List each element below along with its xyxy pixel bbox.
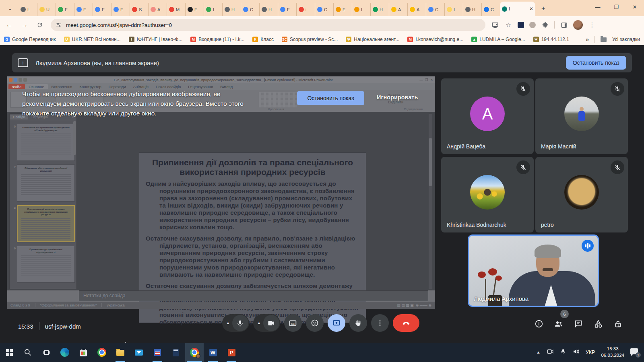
more-options-button[interactable] (371, 314, 389, 332)
close-button[interactable]: ✕ (625, 0, 644, 14)
taskbar-powerpoint-icon[interactable]: P (222, 343, 241, 362)
taskbar-calculator-icon[interactable] (167, 343, 185, 362)
ppt-ribbon-tab[interactable]: Основне (25, 84, 47, 89)
bookmark-item[interactable]: ΨНаціональне агент... (346, 37, 399, 42)
ppt-ribbon-tab[interactable]: Анімація (130, 84, 152, 89)
extensions-puzzle-icon[interactable] (541, 21, 549, 29)
extension-icon-2[interactable] (529, 22, 536, 28)
side-panel-icon[interactable] (560, 21, 568, 29)
tray-language-indicator[interactable]: УКР (586, 350, 595, 355)
browser-tab[interactable]: S (130, 3, 148, 16)
mic-options-chevron[interactable]: ▲ (226, 321, 230, 325)
browser-tab[interactable]: E (333, 3, 352, 16)
bookmark-star-icon[interactable]: ☆ (504, 21, 512, 29)
browser-tab[interactable]: F (278, 3, 296, 16)
participant-tile[interactable]: petro (535, 157, 628, 232)
mic-button[interactable] (232, 315, 248, 331)
reactions-button[interactable] (306, 314, 324, 332)
browser-tab[interactable]: C (481, 3, 500, 16)
taskbar-floppy-app-icon[interactable] (148, 343, 167, 362)
tab-search-icon[interactable]: ⌄ (3, 1, 17, 15)
bookmark-item[interactable]: GGoogle Переводчик (4, 37, 56, 42)
minimize-button[interactable]: — (588, 0, 607, 14)
chat-icon[interactable] (574, 319, 583, 329)
profile-avatar[interactable] (573, 20, 583, 30)
camera-options-chevron[interactable]: ▲ (257, 321, 261, 325)
participant-tile[interactable]: ААндрій Вацеба (441, 78, 534, 154)
meeting-details-icon[interactable] (534, 319, 544, 329)
url-text[interactable]: meet.google.com/usf-jspw-ddm?authuser=0 (66, 22, 172, 28)
browser-tab[interactable]: A (407, 3, 426, 16)
bookmark-item[interactable]: ▲LUDMILA – Google... (471, 37, 525, 42)
all-bookmarks-label[interactable]: Усі закладки (612, 37, 640, 42)
bookmark-item[interactable]: UUKR.NET: Всі новин... (64, 37, 121, 42)
extension-icon-1[interactable] (518, 22, 524, 28)
browser-tab[interactable]: L (19, 3, 37, 16)
tab-media-icon[interactable] (491, 21, 499, 29)
browser-tab[interactable]: F (74, 3, 93, 16)
ppt-redo-icon[interactable] (23, 78, 27, 82)
tray-camera-icon[interactable] (547, 348, 554, 357)
slide-thumbnail[interactable]: 9Притягнення до кримінальної відповідаль… (10, 246, 75, 283)
present-button[interactable] (328, 314, 345, 332)
ppt-ribbon-tab[interactable]: Вигляд (217, 84, 236, 89)
taskbar-word-icon[interactable]: W (204, 343, 222, 362)
taskbar-search-icon[interactable] (19, 343, 37, 362)
maximize-button[interactable]: ❐ (607, 0, 625, 14)
browser-tab[interactable]: C (426, 3, 444, 16)
tray-clock[interactable]: 15:33 06.03.2024 (601, 346, 624, 358)
tab-close-icon[interactable]: ✕ (529, 6, 533, 12)
bookmarks-overflow-icon[interactable]: » (586, 36, 589, 43)
taskbar-edge-icon[interactable] (56, 343, 74, 362)
tray-overflow-chevron[interactable]: ▲ (536, 350, 541, 354)
browser-tab-active[interactable]: I✕ (500, 2, 535, 16)
participant-tile[interactable]: Khristinkaa Bodnarchuk (441, 157, 534, 232)
task-view-icon[interactable] (37, 343, 56, 362)
browser-tab[interactable]: I (444, 3, 463, 16)
ppt-view-buttons[interactable]: ▥ ▤ ▦ ▣ ⊖ ─── ⊕ (397, 303, 431, 307)
browser-tab[interactable]: H (463, 3, 481, 16)
activities-icon[interactable] (593, 319, 603, 329)
bookmark-item[interactable]: ККласс (252, 37, 274, 42)
ppt-ribbon-tab[interactable]: Вставлення (48, 84, 76, 89)
slide-thumbnail[interactable]: 7Обмеження або зупинення виробничої діял… (10, 165, 75, 202)
warning-stop-presenting-button[interactable]: Остановить показ (297, 91, 364, 105)
ppt-undo-icon[interactable] (19, 78, 22, 82)
forward-button[interactable]: → (19, 19, 31, 31)
ppt-window-buttons[interactable]: —❐✕ (419, 78, 433, 82)
stop-presenting-button[interactable]: Остановить показ (566, 56, 626, 70)
ppt-ribbon-tab[interactable]: Рецензування (184, 84, 217, 89)
browser-tab[interactable]: H (370, 3, 389, 16)
ppt-ribbon-tab[interactable]: Файл (8, 84, 25, 89)
taskbar-chrome-icon[interactable] (93, 343, 111, 362)
browser-tab[interactable]: A (148, 3, 167, 16)
tray-volume-icon[interactable] (572, 348, 580, 357)
taskbar-explorer-icon[interactable] (111, 343, 130, 362)
slide-thumbnail[interactable]: 6Обмеження або припинення фінансування о… (10, 124, 75, 161)
browser-tab[interactable]: H (259, 3, 278, 16)
browser-tab[interactable]: F (56, 3, 74, 16)
bookmark-item[interactable]: SCScopus preview - Sc... (282, 37, 338, 42)
site-settings-icon[interactable] (56, 22, 62, 28)
omnibox[interactable]: meet.google.com/usf-jspw-ddm?authuser=0 (51, 19, 485, 31)
self-video-tile[interactable]: Людмила Архипова (468, 234, 599, 307)
warning-ignore-button[interactable]: Игнорировать (377, 94, 418, 101)
ppt-vertical-scrollbar[interactable] (429, 114, 432, 289)
browser-tab[interactable]: F (185, 3, 204, 16)
ppt-save-icon[interactable] (14, 78, 17, 82)
start-button[interactable] (0, 343, 19, 362)
host-controls-icon[interactable] (613, 319, 623, 329)
browser-menu-icon[interactable]: ⋮ (588, 21, 596, 29)
browser-tab[interactable]: C (241, 3, 259, 16)
slide-thumbnail[interactable]: 8Припинення дії дозволів та права спеціа… (10, 205, 75, 242)
ppt-ribbon-tab[interactable]: Переходи (105, 84, 130, 89)
participant-tile[interactable]: Марія Маслій (535, 78, 628, 154)
end-call-button[interactable] (393, 314, 419, 332)
taskbar-store-icon[interactable] (74, 343, 93, 362)
browser-tab[interactable]: F (111, 3, 130, 16)
reload-button[interactable] (34, 19, 46, 31)
people-icon[interactable] (554, 319, 564, 329)
browser-tab[interactable]: U (37, 3, 56, 16)
browser-tab[interactable]: C (315, 3, 333, 16)
tray-mic-icon[interactable] (560, 348, 566, 356)
